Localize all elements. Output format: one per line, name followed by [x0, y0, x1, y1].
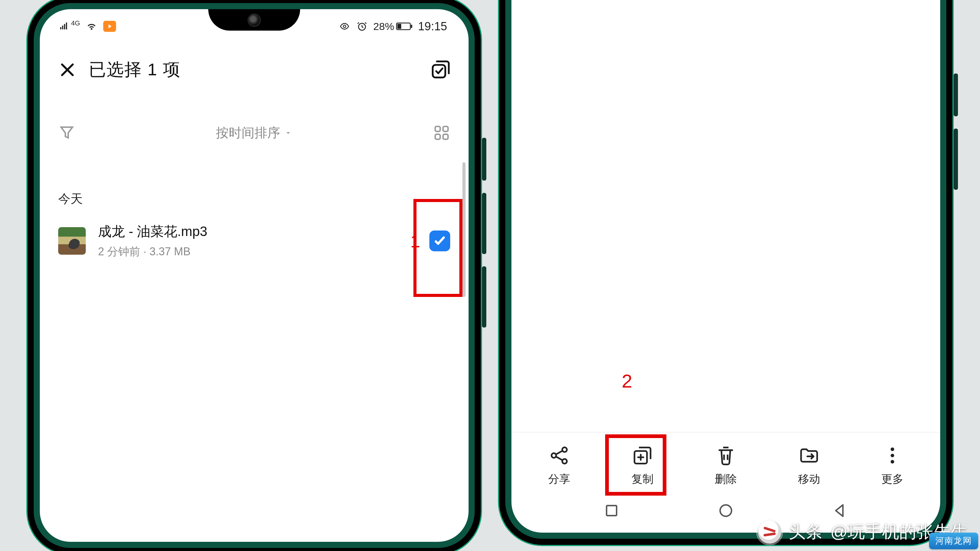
svg-point-11 — [562, 447, 567, 452]
signal-icon — [58, 22, 70, 31]
battery-indicator: 28% — [373, 21, 412, 32]
move-label: 移动 — [798, 472, 820, 487]
svg-point-16 — [891, 460, 894, 464]
network-label: 4G — [71, 19, 80, 27]
sort-dropdown[interactable]: 按时间排序 — [75, 124, 433, 141]
share-label: 分享 — [548, 472, 570, 487]
svg-rect-4 — [411, 25, 412, 28]
more-label: 更多 — [881, 472, 904, 487]
nav-recent-icon[interactable] — [603, 502, 620, 520]
trash-icon — [715, 445, 737, 466]
chevron-down-icon — [284, 129, 293, 137]
svg-point-12 — [562, 459, 567, 464]
sort-label-text: 按时间排序 — [216, 124, 280, 141]
svg-point-14 — [891, 448, 894, 451]
svg-point-10 — [552, 453, 556, 457]
watermark-prefix: 头条 — [789, 520, 823, 544]
section-today: 今天 — [40, 154, 469, 216]
screen-right: 2 分享 复制 删除 — [511, 0, 940, 533]
phone-left: 4G — [27, 0, 481, 551]
more-button[interactable]: 更多 — [862, 445, 923, 487]
move-button[interactable]: 移动 — [778, 445, 840, 487]
eye-icon — [339, 21, 351, 31]
share-icon — [549, 445, 570, 466]
annotation-highlight-2 — [605, 434, 667, 495]
content-area — [511, 0, 940, 432]
svg-rect-3 — [397, 24, 401, 29]
svg-rect-6 — [435, 126, 440, 131]
copy-button[interactable]: 复制 — [612, 445, 673, 487]
svg-point-15 — [891, 454, 894, 457]
share-button[interactable]: 分享 — [528, 445, 590, 487]
select-all-icon[interactable] — [431, 60, 450, 79]
svg-rect-8 — [435, 134, 440, 139]
svg-rect-7 — [443, 126, 448, 131]
delete-label: 删除 — [715, 472, 737, 487]
move-icon — [799, 445, 820, 466]
file-name: 成龙 - 油菜花.mp3 — [98, 222, 207, 241]
alarm-icon — [356, 21, 368, 32]
svg-point-18 — [720, 505, 731, 516]
site-badge: 河南龙网 — [929, 533, 978, 549]
svg-rect-9 — [443, 134, 448, 139]
nav-back-icon[interactable] — [832, 502, 849, 520]
more-icon — [882, 445, 903, 466]
grid-view-icon[interactable] — [433, 124, 450, 141]
phone-right: 2 分享 复制 删除 — [499, 0, 953, 545]
sort-bar: 按时间排序 — [40, 94, 469, 154]
wifi-icon — [86, 21, 98, 32]
notch — [208, 9, 300, 30]
watermark-logo-icon — [758, 520, 781, 544]
bottom-action-bar: 分享 复制 删除 移动 — [511, 432, 940, 496]
delete-button[interactable]: 删除 — [695, 445, 756, 487]
scroll-indicator[interactable] — [463, 162, 466, 297]
annotation-step2: 2 — [622, 370, 632, 392]
svg-point-0 — [343, 25, 346, 27]
page-title: 已选择 1 项 — [89, 58, 181, 81]
video-app-icon — [103, 21, 116, 32]
battery-pct: 28% — [373, 21, 394, 32]
selection-header: 已选择 1 项 — [40, 40, 469, 94]
file-meta: 2 分钟前 · 3.37 MB — [98, 244, 207, 259]
svg-rect-17 — [606, 506, 616, 516]
nav-home-icon[interactable] — [717, 502, 734, 520]
filter-icon[interactable] — [58, 124, 75, 141]
file-thumbnail — [58, 227, 86, 255]
file-row[interactable]: 成龙 - 油菜花.mp3 2 分钟前 · 3.37 MB 1 — [40, 216, 469, 265]
close-icon[interactable] — [58, 60, 76, 79]
clock-time: 19:15 — [418, 20, 447, 33]
screen-left: 4G — [40, 9, 469, 542]
annotation-highlight-1 — [414, 199, 463, 297]
